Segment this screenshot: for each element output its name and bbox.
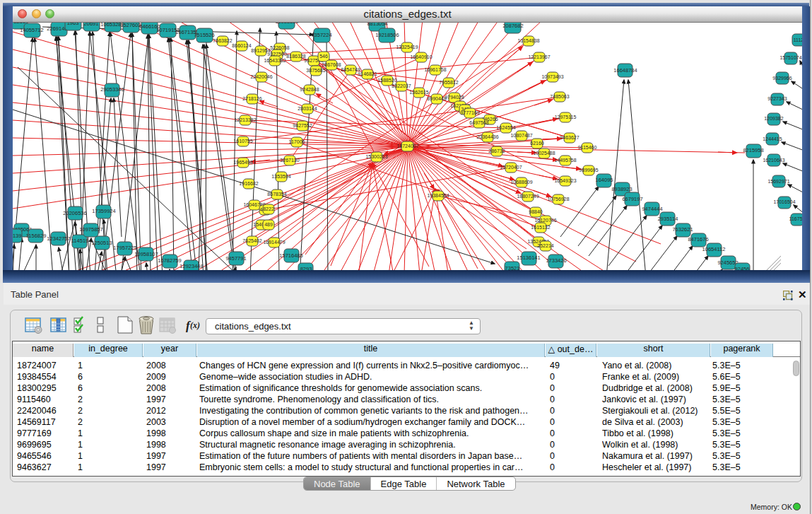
- svg-text:1965498: 1965498: [233, 160, 252, 165]
- svg-text:9115460: 9115460: [578, 145, 597, 150]
- svg-text:1527602: 1527602: [120, 23, 141, 28]
- svg-text:7515526: 7515526: [194, 32, 214, 38]
- svg-text:18807249: 18807249: [517, 194, 539, 199]
- svg-text:39139: 39139: [13, 233, 21, 239]
- svg-text:9794028: 9794028: [445, 95, 464, 100]
- svg-text:16033809: 16033809: [275, 23, 298, 25]
- svg-text:7663822: 7663822: [213, 38, 232, 43]
- svg-text:1209382: 1209382: [764, 116, 783, 121]
- svg-text:7955812: 7955812: [439, 80, 458, 85]
- svg-text:9242848: 9242848: [300, 87, 319, 92]
- svg-text:17359924: 17359924: [92, 208, 115, 214]
- svg-text:16961758: 16961758: [424, 67, 446, 72]
- svg-text:10973493: 10973493: [541, 74, 563, 79]
- svg-text:9463627: 9463627: [560, 135, 579, 140]
- svg-text:7625402: 7625402: [242, 238, 261, 243]
- svg-text:8186328: 8186328: [286, 54, 305, 59]
- svg-text:8938923: 8938923: [611, 186, 632, 192]
- svg-text:16914479: 16914479: [263, 240, 285, 245]
- svg-text:6497568: 6497568: [469, 120, 488, 125]
- svg-text:8222: 8222: [263, 206, 274, 211]
- svg-text:1624554: 1624554: [496, 125, 515, 130]
- svg-text:6679197: 6679197: [622, 196, 642, 202]
- svg-text:3875685: 3875685: [306, 68, 325, 73]
- svg-text:9457791: 9457791: [225, 255, 246, 262]
- svg-text:16120746: 16120746: [534, 218, 556, 223]
- svg-text:17957225: 17957225: [113, 245, 136, 251]
- svg-text:2718126: 2718126: [242, 96, 261, 101]
- svg-text:546: 546: [319, 54, 328, 59]
- svg-text:16549323: 16549323: [554, 178, 576, 183]
- svg-text:8813054: 8813054: [367, 23, 387, 27]
- svg-text:16210643: 16210643: [763, 158, 784, 163]
- svg-text:1588520: 1588520: [377, 78, 396, 83]
- svg-text:17016504: 17016504: [773, 199, 795, 204]
- svg-text:116753: 116753: [789, 216, 802, 221]
- svg-text:286732: 286732: [488, 148, 505, 153]
- svg-text:117006: 117006: [289, 139, 305, 144]
- svg-text:62160: 62160: [530, 141, 544, 146]
- svg-text:8471676: 8471676: [688, 236, 708, 243]
- svg-text:489: 489: [264, 222, 273, 227]
- svg-text:15720407: 15720407: [500, 165, 522, 170]
- svg-text:15136141: 15136141: [517, 255, 540, 261]
- svg-text:1353594: 1353594: [271, 174, 290, 179]
- svg-text:8678354: 8678354: [267, 192, 286, 197]
- svg-text:2867608: 2867608: [322, 62, 341, 67]
- svg-text:1244415: 1244415: [763, 136, 782, 141]
- svg-text:3267130: 3267130: [280, 158, 299, 163]
- svg-text:7357224: 7357224: [311, 32, 331, 38]
- svg-text:8660124: 8660124: [232, 43, 251, 48]
- svg-text:20364436: 20364436: [476, 134, 498, 139]
- svg-text:19218506: 19218506: [375, 32, 399, 38]
- svg-text:9227343: 9227343: [767, 96, 787, 101]
- svg-text:20691: 20691: [84, 23, 99, 27]
- svg-text:164095: 164095: [595, 177, 613, 183]
- svg-text:19384554: 19384554: [427, 193, 449, 198]
- svg-text:2935114: 2935114: [658, 216, 678, 222]
- svg-text:20206536: 20206536: [63, 210, 86, 216]
- svg-text:12213382: 12213382: [234, 117, 256, 122]
- svg-text:1615132: 1615132: [531, 225, 550, 230]
- svg-text:9777169: 9777169: [460, 110, 479, 115]
- svg-text:9427552: 9427552: [293, 123, 312, 128]
- svg-text:16782759: 16782759: [158, 257, 181, 264]
- svg-text:114519: 114519: [71, 238, 88, 244]
- svg-text:1916682: 1916682: [239, 181, 258, 186]
- svg-text:1250513: 1250513: [91, 240, 112, 246]
- svg-text:12975115: 12975115: [555, 115, 577, 119]
- svg-text:14055712: 14055712: [20, 27, 43, 33]
- svg-text:12213967: 12213967: [528, 54, 550, 59]
- svg-text:10654112: 10654112: [702, 246, 726, 252]
- svg-text:10958107: 10958107: [134, 251, 158, 257]
- svg-text:9474444: 9474444: [642, 206, 662, 212]
- svg-text:10975857: 10975857: [79, 226, 102, 233]
- svg-text:14495758: 14495758: [554, 158, 576, 163]
- svg-text:2250: 2250: [14, 23, 26, 25]
- svg-text:1112: 1112: [794, 37, 802, 42]
- svg-text:1733426: 1733426: [546, 257, 566, 264]
- svg-text:15300213: 15300213: [365, 154, 387, 159]
- svg-text:12342757: 12342757: [47, 235, 70, 242]
- svg-text:1362615: 1362615: [409, 90, 428, 95]
- svg-text:(x): (x): [190, 320, 200, 330]
- svg-text:29053346: 29053346: [100, 86, 124, 93]
- svg-text:16543382: 16543382: [264, 58, 286, 63]
- svg-text:9899695: 9899695: [579, 168, 598, 173]
- svg-text:13325419: 13325419: [396, 45, 418, 49]
- svg-text:7632621: 7632621: [672, 226, 693, 233]
- svg-text:1156829: 1156829: [26, 233, 47, 239]
- svg-text:2803144: 2803144: [298, 106, 317, 111]
- svg-text:1963: 1963: [67, 23, 79, 26]
- svg-text:15751074: 15751074: [779, 55, 801, 60]
- svg-text:10756928: 10756928: [547, 197, 569, 201]
- svg-text:1610755: 1610755: [233, 139, 252, 144]
- svg-text:9146821: 9146821: [358, 71, 377, 76]
- svg-text:15716485: 15716485: [279, 252, 302, 259]
- svg-text:10688609: 10688609: [510, 180, 532, 185]
- svg-text:252214: 252214: [537, 243, 553, 248]
- svg-text:98840: 98840: [529, 209, 543, 214]
- svg-text:8215958: 8215958: [743, 147, 763, 153]
- svg-text:15692971: 15692971: [767, 179, 789, 184]
- svg-text:9329966: 9329966: [772, 76, 792, 81]
